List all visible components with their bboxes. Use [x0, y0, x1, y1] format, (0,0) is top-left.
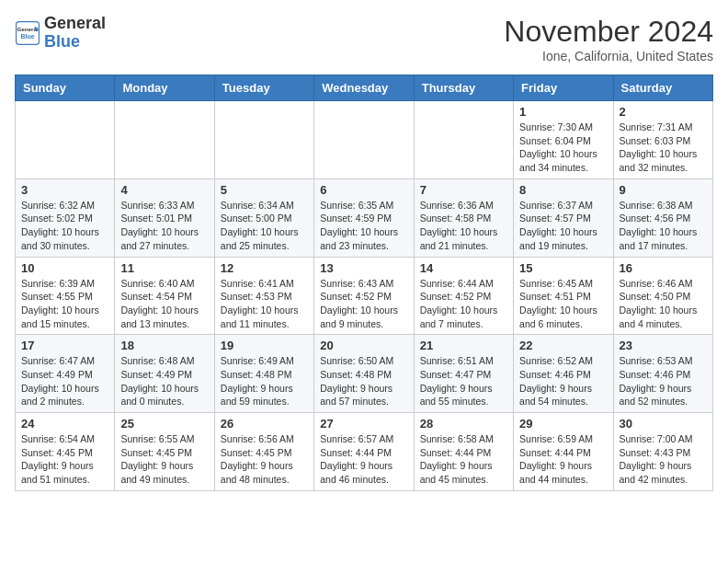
day-number: 21 [420, 339, 507, 352]
day-number: 20 [320, 339, 407, 352]
day-number: 10 [21, 261, 108, 275]
day-info: Sunrise: 6:38 AM Sunset: 4:56 PM Dayligh… [620, 199, 707, 253]
calendar-day-cell: 14Sunrise: 6:44 AM Sunset: 4:52 PM Dayli… [414, 257, 513, 335]
day-of-week-header: Friday [514, 75, 613, 101]
day-of-week-header: Monday [115, 75, 214, 101]
calendar-day-cell: 5Sunrise: 6:34 AM Sunset: 5:00 PM Daylig… [214, 178, 313, 257]
calendar-day-cell: 1Sunrise: 7:30 AM Sunset: 6:04 PM Daylig… [514, 101, 613, 179]
calendar-day-cell: 29Sunrise: 6:59 AM Sunset: 4:44 PM Dayli… [514, 413, 613, 491]
day-info: Sunrise: 6:54 AM Sunset: 4:45 PM Dayligh… [21, 432, 108, 487]
calendar-day-cell: 10Sunrise: 6:39 AM Sunset: 4:55 PM Dayli… [16, 257, 115, 335]
page-header: General Blue General Blue November 2024 … [15, 15, 713, 63]
day-number: 11 [120, 261, 208, 275]
calendar-day-cell: 2Sunrise: 7:31 AM Sunset: 6:03 PM Daylig… [613, 101, 712, 179]
day-info: Sunrise: 6:46 AM Sunset: 4:50 PM Dayligh… [620, 277, 707, 331]
location: Ione, California, United States [504, 49, 713, 63]
day-number: 16 [620, 261, 707, 275]
day-number: 3 [21, 183, 108, 197]
day-number: 30 [620, 417, 707, 431]
day-number: 19 [221, 339, 308, 352]
day-info: Sunrise: 6:55 AM Sunset: 4:45 PM Dayligh… [120, 432, 208, 487]
day-number: 7 [420, 183, 507, 197]
day-number: 1 [519, 105, 607, 119]
calendar-day-cell [414, 101, 513, 179]
day-number: 8 [519, 183, 607, 197]
calendar-day-cell: 21Sunrise: 6:51 AM Sunset: 4:47 PM Dayli… [414, 335, 513, 413]
day-info: Sunrise: 7:30 AM Sunset: 6:04 PM Dayligh… [519, 121, 607, 175]
svg-text:Blue: Blue [20, 33, 34, 40]
calendar-day-cell: 25Sunrise: 6:55 AM Sunset: 4:45 PM Dayli… [115, 413, 214, 491]
day-number: 17 [21, 339, 108, 352]
calendar-week-row: 1Sunrise: 7:30 AM Sunset: 6:04 PM Daylig… [16, 101, 713, 179]
calendar-day-cell: 19Sunrise: 6:49 AM Sunset: 4:48 PM Dayli… [214, 335, 313, 413]
day-number: 27 [320, 417, 407, 431]
day-info: Sunrise: 6:51 AM Sunset: 4:47 PM Dayligh… [420, 354, 507, 408]
day-info: Sunrise: 6:47 AM Sunset: 4:49 PM Dayligh… [21, 354, 108, 408]
day-number: 29 [519, 417, 607, 431]
day-info: Sunrise: 6:53 AM Sunset: 4:46 PM Dayligh… [620, 354, 707, 408]
day-info: Sunrise: 6:34 AM Sunset: 5:00 PM Dayligh… [221, 199, 308, 253]
day-number: 14 [420, 261, 507, 275]
calendar-day-cell [314, 101, 414, 179]
day-number: 15 [519, 261, 607, 275]
calendar-day-cell: 7Sunrise: 6:36 AM Sunset: 4:58 PM Daylig… [414, 178, 513, 257]
calendar-day-cell: 8Sunrise: 6:37 AM Sunset: 4:57 PM Daylig… [514, 178, 613, 257]
month-title: November 2024 [504, 15, 713, 49]
calendar-day-cell [16, 101, 115, 179]
day-info: Sunrise: 6:49 AM Sunset: 4:48 PM Dayligh… [221, 354, 308, 408]
calendar-day-cell: 11Sunrise: 6:40 AM Sunset: 4:54 PM Dayli… [115, 257, 214, 335]
calendar-day-cell: 24Sunrise: 6:54 AM Sunset: 4:45 PM Dayli… [16, 413, 115, 491]
logo: General Blue General Blue [15, 15, 106, 52]
day-number: 4 [120, 183, 208, 197]
day-number: 24 [21, 417, 108, 431]
day-info: Sunrise: 6:36 AM Sunset: 4:58 PM Dayligh… [420, 199, 507, 253]
calendar-day-cell: 9Sunrise: 6:38 AM Sunset: 4:56 PM Daylig… [613, 178, 712, 257]
calendar-week-row: 24Sunrise: 6:54 AM Sunset: 4:45 PM Dayli… [16, 413, 713, 491]
day-info: Sunrise: 6:32 AM Sunset: 5:02 PM Dayligh… [21, 199, 108, 253]
calendar-day-cell: 30Sunrise: 7:00 AM Sunset: 4:43 PM Dayli… [613, 413, 712, 491]
day-number: 23 [620, 339, 707, 352]
day-number: 18 [120, 339, 208, 352]
day-info: Sunrise: 6:33 AM Sunset: 5:01 PM Dayligh… [120, 199, 208, 253]
calendar-day-cell: 20Sunrise: 6:50 AM Sunset: 4:48 PM Dayli… [314, 335, 414, 413]
calendar-week-row: 10Sunrise: 6:39 AM Sunset: 4:55 PM Dayli… [16, 257, 713, 335]
day-info: Sunrise: 6:41 AM Sunset: 4:53 PM Dayligh… [221, 277, 308, 331]
calendar-day-cell: 28Sunrise: 6:58 AM Sunset: 4:44 PM Dayli… [414, 413, 513, 491]
day-number: 13 [320, 261, 407, 275]
day-of-week-header: Thursday [414, 75, 513, 101]
day-number: 6 [320, 183, 407, 197]
day-number: 2 [620, 105, 707, 119]
day-info: Sunrise: 6:45 AM Sunset: 4:51 PM Dayligh… [519, 277, 607, 331]
day-info: Sunrise: 6:35 AM Sunset: 4:59 PM Dayligh… [320, 199, 407, 253]
day-info: Sunrise: 7:31 AM Sunset: 6:03 PM Dayligh… [620, 121, 707, 175]
day-of-week-header: Saturday [613, 75, 712, 101]
logo-icon: General Blue [15, 20, 40, 46]
day-info: Sunrise: 6:44 AM Sunset: 4:52 PM Dayligh… [420, 277, 507, 331]
calendar-day-cell: 3Sunrise: 6:32 AM Sunset: 5:02 PM Daylig… [16, 178, 115, 257]
day-info: Sunrise: 6:56 AM Sunset: 4:45 PM Dayligh… [221, 432, 308, 487]
calendar-day-cell: 6Sunrise: 6:35 AM Sunset: 4:59 PM Daylig… [314, 178, 414, 257]
calendar-day-cell: 23Sunrise: 6:53 AM Sunset: 4:46 PM Dayli… [613, 335, 712, 413]
calendar-day-cell: 15Sunrise: 6:45 AM Sunset: 4:51 PM Dayli… [514, 257, 613, 335]
day-info: Sunrise: 6:58 AM Sunset: 4:44 PM Dayligh… [420, 432, 507, 487]
day-number: 26 [221, 417, 308, 431]
day-number: 28 [420, 417, 507, 431]
logo-general: General [44, 14, 106, 32]
day-info: Sunrise: 6:59 AM Sunset: 4:44 PM Dayligh… [519, 432, 607, 487]
logo-text: General Blue [44, 15, 106, 52]
calendar-day-cell [115, 101, 214, 179]
day-of-week-header: Tuesday [214, 75, 313, 101]
calendar-table: SundayMondayTuesdayWednesdayThursdayFrid… [15, 75, 713, 491]
day-number: 12 [221, 261, 308, 275]
title-block: November 2024 Ione, California, United S… [504, 15, 713, 63]
calendar-day-cell: 22Sunrise: 6:52 AM Sunset: 4:46 PM Dayli… [514, 335, 613, 413]
day-info: Sunrise: 6:39 AM Sunset: 4:55 PM Dayligh… [21, 277, 108, 331]
day-info: Sunrise: 6:43 AM Sunset: 4:52 PM Dayligh… [320, 277, 407, 331]
day-info: Sunrise: 7:00 AM Sunset: 4:43 PM Dayligh… [620, 432, 707, 487]
day-info: Sunrise: 6:52 AM Sunset: 4:46 PM Dayligh… [519, 354, 607, 408]
calendar-week-row: 17Sunrise: 6:47 AM Sunset: 4:49 PM Dayli… [16, 335, 713, 413]
calendar-day-cell [214, 101, 313, 179]
calendar-day-cell: 16Sunrise: 6:46 AM Sunset: 4:50 PM Dayli… [613, 257, 712, 335]
day-info: Sunrise: 6:48 AM Sunset: 4:49 PM Dayligh… [120, 354, 208, 408]
day-info: Sunrise: 6:50 AM Sunset: 4:48 PM Dayligh… [320, 354, 407, 408]
